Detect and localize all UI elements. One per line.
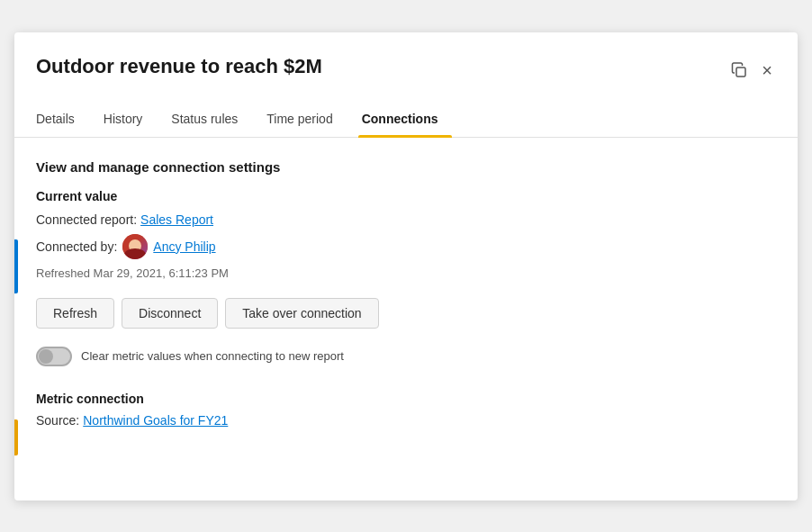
panel-header: Outdoor revenue to reach $2M × — [14, 32, 798, 83]
connected-by-prefix: Connected by: — [36, 239, 117, 254]
copy-icon-button[interactable] — [727, 59, 751, 82]
disconnect-button[interactable]: Disconnect — [122, 298, 218, 329]
connected-report-link[interactable]: Sales Report — [140, 212, 213, 227]
tab-history[interactable]: History — [100, 104, 158, 137]
svg-rect-0 — [736, 68, 745, 77]
metric-source-row: Source: Northwind Goals for FY21 — [36, 413, 776, 428]
connected-report-row: Connected report: Sales Report — [36, 212, 776, 227]
action-buttons: Refresh Disconnect Take over connection — [36, 298, 776, 329]
toggle-thumb — [39, 349, 53, 364]
left-accent-blue — [14, 239, 18, 293]
metric-section: Metric connection Source: Northwind Goal… — [36, 392, 776, 428]
take-over-button[interactable]: Take over connection — [225, 298, 378, 329]
tab-status-rules[interactable]: Status rules — [167, 104, 252, 137]
avatar — [122, 234, 148, 259]
refresh-button[interactable]: Refresh — [36, 298, 114, 329]
toggle-label: Clear metric values when connecting to n… — [81, 349, 344, 363]
main-panel: Outdoor revenue to reach $2M × Details H… — [14, 32, 798, 500]
user-name-link[interactable]: Ancy Philip — [153, 239, 215, 254]
source-prefix: Source: — [36, 413, 79, 428]
current-value-label: Current value — [36, 189, 776, 203]
toggle-track — [36, 347, 72, 366]
metric-connection-label: Metric connection — [36, 392, 776, 406]
connected-by-row: Connected by: Ancy Philip — [36, 234, 776, 259]
copy-icon — [731, 62, 747, 78]
toggle-row: Clear metric values when connecting to n… — [36, 347, 776, 366]
left-accent-orange — [14, 419, 18, 455]
clear-values-toggle[interactable] — [36, 347, 72, 366]
tab-time-period[interactable]: Time period — [263, 104, 347, 137]
header-icons: × — [727, 58, 776, 83]
close-icon: × — [762, 61, 772, 79]
tab-connections[interactable]: Connections — [358, 104, 453, 137]
refreshed-timestamp: Refreshed Mar 29, 2021, 6:11:23 PM — [36, 266, 776, 280]
tab-details[interactable]: Details — [36, 104, 89, 137]
tab-bar: Details History Status rules Time period… — [14, 90, 798, 138]
section-heading: View and manage connection settings — [36, 159, 776, 175]
connected-report-prefix: Connected report: — [36, 212, 137, 227]
panel-body: View and manage connection settings Curr… — [14, 138, 798, 456]
current-value-section: Current value Connected report: Sales Re… — [36, 189, 776, 280]
source-link[interactable]: Northwind Goals for FY21 — [83, 413, 228, 428]
close-button[interactable]: × — [758, 58, 776, 83]
avatar-image — [122, 234, 148, 259]
panel-title: Outdoor revenue to reach $2M — [36, 54, 322, 80]
